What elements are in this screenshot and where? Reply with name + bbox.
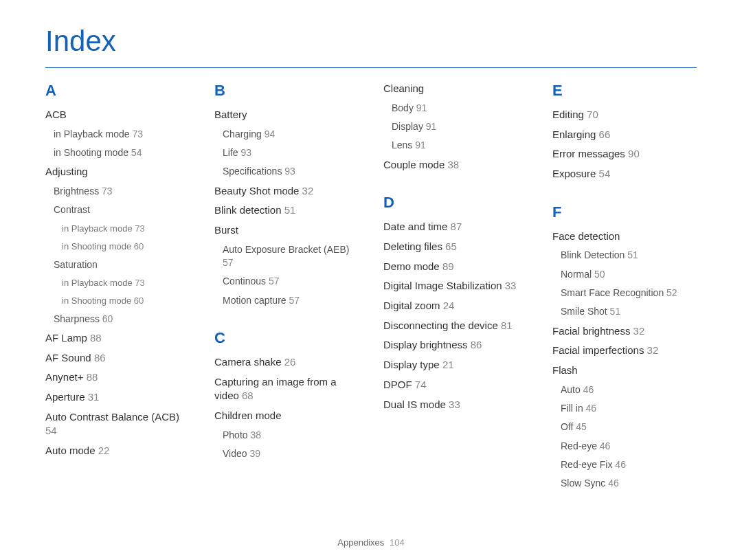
index-entry[interactable]: in Playback mode 73: [54, 128, 190, 141]
index-entry[interactable]: Digital Image Stabilization 33: [383, 279, 528, 293]
index-entry[interactable]: Smile Shot 51: [561, 305, 697, 318]
index-entry-label: Auto Contrast Balance (ACB): [45, 411, 179, 423]
index-entry-page: 87: [451, 221, 462, 232]
index-entry[interactable]: Contrast: [54, 203, 190, 216]
index-entry-page: 73: [132, 128, 143, 139]
index-entry[interactable]: Saturation: [54, 258, 190, 271]
index-entry[interactable]: Charging 94: [223, 128, 359, 141]
index-entry[interactable]: Red-eye Fix 46: [561, 458, 697, 471]
index-entry[interactable]: Deleting files 65: [383, 240, 528, 254]
index-entry[interactable]: Face detection: [552, 229, 697, 244]
index-entry[interactable]: Capturing an image from a video 68: [214, 375, 359, 403]
index-entry[interactable]: Aperture 31: [45, 390, 190, 405]
index-entry[interactable]: Disconnecting the device 81: [383, 319, 528, 333]
index-entry[interactable]: Editing 70: [552, 108, 697, 122]
index-entry[interactable]: Display 91: [392, 120, 528, 133]
footer-label: Appendixes: [337, 537, 384, 548]
index-entry-page: 91: [415, 139, 426, 150]
index-entry-label: Continous: [223, 276, 269, 287]
index-entry[interactable]: DPOF 74: [383, 378, 528, 392]
index-entry-page: 91: [426, 121, 437, 132]
index-entry[interactable]: in Playback mode 73: [62, 223, 190, 235]
index-entry[interactable]: Blink detection 51: [214, 203, 359, 218]
index-letter: D: [383, 194, 528, 212]
index-entry-page: 70: [587, 109, 598, 120]
index-entry[interactable]: Adjusting: [45, 165, 190, 179]
index-entry[interactable]: Facial brightness 32: [552, 324, 697, 339]
index-entry-label: in Shooting mode: [54, 147, 131, 158]
index-entry-label: Enlarging: [552, 128, 599, 140]
index-entry[interactable]: Display type 21: [383, 358, 528, 372]
index-entry[interactable]: in Shooting mode 60: [62, 240, 190, 253]
index-entry[interactable]: in Playback mode 73: [62, 277, 190, 289]
index-entry[interactable]: Life 93: [223, 146, 359, 159]
index-entry[interactable]: Off 45: [561, 421, 697, 434]
index-entry[interactable]: Auto mode 22: [45, 444, 190, 458]
index-entry-page: 32: [633, 325, 645, 337]
index-entry[interactable]: Smart Face Recognition 52: [561, 287, 697, 300]
index-entry[interactable]: Continous 57: [223, 275, 359, 288]
index-entry[interactable]: ACB: [45, 108, 190, 122]
index-entry[interactable]: Flash: [552, 363, 697, 378]
index-entry[interactable]: Battery: [214, 108, 359, 122]
page-title: Index: [45, 25, 697, 68]
index-entry[interactable]: Normal 50: [561, 268, 697, 281]
index-entry[interactable]: Specifications 93: [223, 165, 359, 178]
index-entry-page: 88: [90, 332, 102, 344]
index-entry[interactable]: Exposure 54: [552, 167, 697, 181]
index-entry[interactable]: Anynet+ 88: [45, 370, 190, 385]
index-entry-page: 73: [135, 278, 144, 288]
index-entry-label: Display: [392, 121, 426, 132]
index-entry[interactable]: AF Sound 86: [45, 351, 190, 366]
index-entry-label: Life: [223, 147, 240, 158]
index-entry[interactable]: Beauty Shot mode 32: [214, 184, 359, 199]
index-entry[interactable]: Blink Detection 51: [561, 249, 697, 262]
index-entry-page: 39: [249, 448, 260, 459]
index-entry-label: Video: [223, 448, 249, 459]
index-entry-page: 93: [240, 147, 251, 158]
index-entry-page: 51: [610, 306, 621, 317]
index-entry[interactable]: Cleaning: [383, 82, 528, 96]
index-entry[interactable]: Brightness 73: [54, 185, 190, 198]
index-entry-label: ACB: [45, 109, 67, 120]
index-entry[interactable]: Digital zoom 24: [383, 299, 528, 313]
index-entry-label: AF Sound: [45, 352, 94, 363]
index-entry[interactable]: Lens 91: [392, 139, 528, 152]
index-entry[interactable]: Auto Exposure Bracket (AEB) 57: [223, 243, 359, 270]
index-entry[interactable]: Dual IS mode 33: [383, 398, 528, 412]
index-entry[interactable]: Camera shake 26: [214, 355, 359, 370]
index-entry[interactable]: Auto Contrast Balance (ACB) 54: [45, 410, 190, 438]
index-entry[interactable]: Auto 46: [561, 383, 697, 396]
index-entry-page: 33: [505, 280, 517, 291]
index-entry[interactable]: Red-eye 46: [561, 440, 697, 453]
index-entry[interactable]: Photo 38: [223, 429, 359, 442]
index-entry[interactable]: Couple mode 38: [383, 158, 528, 172]
index-entry-page: 86: [471, 339, 482, 350]
index-entry[interactable]: in Shooting mode 60: [62, 295, 190, 307]
index-entry-page: 46: [608, 478, 619, 489]
index-entry[interactable]: Facial imperfections 32: [552, 344, 697, 358]
index-entry[interactable]: Video 39: [223, 447, 359, 460]
index-entry[interactable]: Children mode: [214, 409, 359, 423]
index-entry[interactable]: Body 91: [392, 102, 528, 115]
index-entry[interactable]: Display brightness 86: [383, 338, 528, 352]
index-entry-label: Smart Face Recognition: [561, 287, 666, 298]
index-entry[interactable]: Motion capture 57: [223, 294, 359, 307]
index-entry[interactable]: Fill in 46: [561, 402, 697, 415]
index-entry-page: 68: [242, 390, 254, 401]
index-entry[interactable]: Error messages 90: [552, 147, 697, 161]
index-entry[interactable]: in Shooting mode 54: [54, 146, 190, 159]
index-entry[interactable]: Burst: [214, 223, 359, 238]
index-entry-label: Dual IS mode: [383, 399, 449, 410]
index-entry[interactable]: Enlarging 66: [552, 128, 697, 142]
index-entry-label: Facial brightness: [552, 325, 633, 337]
index-entry[interactable]: AF Lamp 88: [45, 331, 190, 346]
index-letter: A: [45, 82, 190, 100]
index-entry-page: 88: [87, 371, 98, 383]
index-entry[interactable]: Date and time 87: [383, 220, 528, 234]
index-entry[interactable]: Sharpness 60: [54, 313, 190, 326]
index-entry-label: Motion capture: [223, 295, 289, 306]
index-entry[interactable]: Demo mode 89: [383, 260, 528, 274]
index-entry[interactable]: Slow Sync 46: [561, 477, 697, 490]
index-entry-label: in Playback mode: [62, 278, 135, 288]
